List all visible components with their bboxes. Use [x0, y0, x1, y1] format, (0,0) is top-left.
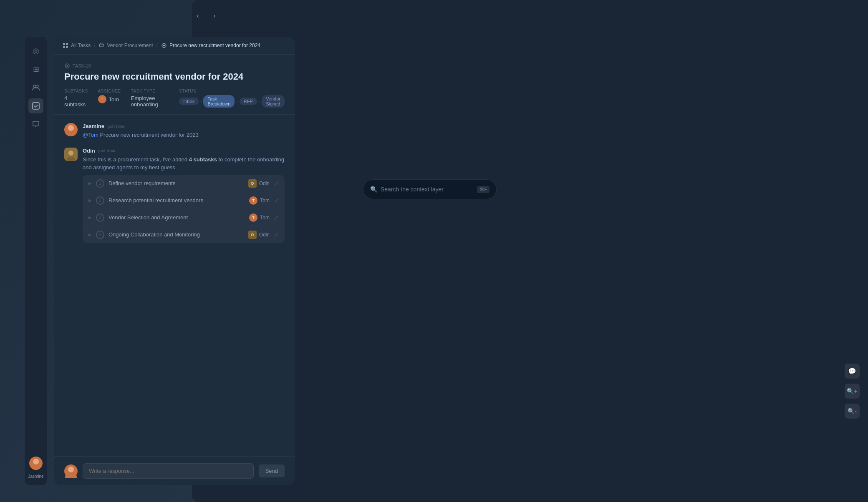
svg-rect-2346 — [63, 43, 65, 45]
right-icons: 💬 🔍+ 🔍- — [845, 364, 860, 419]
assignee-value: T Tom — [98, 95, 121, 103]
subtask-1-assignee: O Odin — [248, 179, 270, 188]
sidebar-bottom: Jasmine — [28, 457, 43, 479]
meta-assignee: ASSIGNEE T Tom — [98, 89, 121, 103]
status-breakdown[interactable]: Task Breakdown — [203, 95, 235, 108]
sidebar: ◎ ⊞ Jasmine — [25, 37, 47, 485]
status-rfp[interactable]: RFP — [240, 98, 257, 105]
svg-point-2341 — [33, 85, 36, 88]
task-panel: All Tasks / Vendor Procurement / Procure… — [54, 37, 295, 485]
status-arrow-1: › — [200, 99, 202, 104]
send-button[interactable]: Send — [259, 464, 285, 477]
jasmine-header: Jasmine just now — [83, 123, 285, 129]
jasmine-avatar — [64, 123, 78, 136]
response-input[interactable] — [89, 468, 247, 474]
odin-bold: 4 subtasks — [189, 156, 217, 163]
input-user-avatar — [64, 464, 78, 478]
sidebar-item-target[interactable]: ◎ — [28, 43, 43, 58]
subtask-3-play[interactable]: ▶ — [88, 215, 92, 220]
comment-icon[interactable]: 💬 — [845, 364, 860, 379]
nav-arrows: ‹ › — [192, 10, 220, 22]
svg-point-2354 — [68, 125, 74, 131]
subtask-row-2: ▶ 2 Research potential recruitment vendo… — [83, 192, 285, 209]
sidebar-item-grid[interactable]: ⊞ — [28, 62, 43, 77]
subtask-4-assignee: O Odin — [248, 231, 270, 239]
meta-task-type: TASK TYPE Employee onboarding — [131, 89, 169, 108]
sidebar-item-people[interactable] — [28, 80, 43, 95]
breadcrumb-sep-1: / — [94, 43, 95, 48]
odin-avatar — [64, 148, 78, 161]
jasmine-text: @Tom Procure new recruitment vendor for … — [83, 131, 285, 139]
chat-area: Jasmine just now @Tom Procure new recrui… — [54, 115, 295, 456]
jasmine-text-rest: Procure new recruitment vendor for 2023 — [100, 132, 198, 138]
subtask-1-avatar: O — [248, 179, 257, 188]
subtask-row-4: ▶ 4 Ongoing Collaboration and Monitoring… — [83, 226, 285, 243]
svg-rect-2347 — [66, 43, 68, 45]
svg-point-2342 — [36, 85, 38, 88]
zoom-out-icon[interactable]: 🔍- — [845, 404, 860, 419]
subtask-3-status: 3 — [96, 213, 104, 222]
task-title: Procure new recruitment vendor for 2024 — [64, 71, 285, 82]
sidebar-user-avatar[interactable] — [29, 457, 43, 470]
svg-point-2353 — [66, 65, 68, 67]
subtask-4-play[interactable]: ▶ — [88, 232, 92, 237]
breadcrumb-all-tasks[interactable]: All Tasks — [63, 43, 91, 48]
jasmine-message-content: Jasmine just now @Tom Procure new recrui… — [83, 123, 285, 139]
subtask-2-avatar: T — [249, 196, 257, 205]
status-flow: Inbox › Task Breakdown › RFP › Vendor Si… — [179, 95, 285, 108]
svg-point-2360 — [65, 473, 77, 478]
search-shortcut: ⌘F — [477, 186, 490, 193]
svg-rect-2343 — [33, 103, 39, 109]
odin-message-content: Odin just now Since this is a procuremen… — [83, 148, 285, 243]
zoom-in-icon[interactable]: 🔍+ — [845, 384, 860, 399]
svg-point-2357 — [68, 151, 73, 156]
subtask-4-avatar: O — [248, 231, 257, 239]
subtask-4-expand[interactable]: ⤢ — [274, 231, 279, 238]
odin-header: Odin just now — [83, 148, 285, 154]
subtask-2-status: 2 — [96, 196, 104, 205]
subtasks-list: ▶ 1 Define vendor requirements O Odin ⤢ … — [83, 175, 285, 243]
search-icon: 🔍 — [370, 186, 377, 193]
response-input-wrap[interactable] — [83, 463, 254, 479]
breadcrumb-vendor-procurement[interactable]: Vendor Procurement — [98, 43, 153, 48]
svg-rect-2349 — [66, 46, 68, 48]
odin-text: Since this is a procurement task, I've a… — [83, 156, 285, 172]
subtask-3-avatar: T — [249, 213, 257, 222]
sidebar-item-tasks[interactable] — [28, 98, 43, 113]
status-arrow-3: › — [259, 99, 260, 104]
sidebar-user-label: Jasmine — [28, 474, 43, 479]
meta-subtasks: SUBTASKS 4 subtasks — [64, 89, 88, 108]
status-signed[interactable]: Vendor Signed — [262, 95, 285, 108]
subtask-4-status: 4 — [96, 231, 104, 239]
breadcrumb-sep-2: / — [156, 43, 158, 48]
back-arrow[interactable]: ‹ — [192, 10, 204, 22]
svg-rect-2348 — [63, 46, 65, 48]
subtask-2-expand[interactable]: ⤢ — [274, 197, 279, 204]
sidebar-item-chat[interactable] — [28, 117, 43, 132]
subtask-row-3: ▶ 3 Vendor Selection and Agreement T Tom… — [83, 209, 285, 226]
task-header: TASK-10 Procure new recruitment vendor f… — [54, 55, 295, 115]
input-area: Send — [54, 456, 295, 485]
assignee-avatar: T — [98, 95, 106, 103]
status-inbox[interactable]: Inbox — [179, 98, 199, 105]
subtask-2-play[interactable]: ▶ — [88, 198, 92, 203]
svg-point-2351 — [163, 45, 165, 46]
search-placeholder: Search the context layer — [381, 186, 474, 193]
subtask-row-1: ▶ 1 Define vendor requirements O Odin ⤢ — [83, 175, 285, 192]
subtask-1-expand[interactable]: ⤢ — [274, 180, 279, 187]
subtask-3-expand[interactable]: ⤢ — [274, 214, 279, 221]
task-meta: SUBTASKS 4 subtasks ASSIGNEE T Tom TASK … — [64, 89, 285, 108]
breadcrumb-current-task[interactable]: Procure new recruitment vendor for 2024 — [161, 43, 260, 48]
subtask-1-play[interactable]: ▶ — [88, 181, 92, 186]
subtask-3-assignee: T Tom — [249, 213, 270, 222]
search-bar[interactable]: 🔍 Search the context layer ⌘F — [363, 179, 497, 199]
forward-arrow[interactable]: › — [209, 10, 220, 22]
mention-tom: @Tom — [83, 132, 98, 138]
breadcrumb: All Tasks / Vendor Procurement / Procure… — [54, 37, 295, 55]
subtask-1-status: 1 — [96, 179, 104, 188]
task-id: TASK-10 — [64, 63, 285, 69]
svg-point-2355 — [65, 131, 77, 136]
message-jasmine: Jasmine just now @Tom Procure new recrui… — [64, 123, 285, 139]
svg-point-2359 — [68, 467, 74, 472]
message-odin: Odin just now Since this is a procuremen… — [64, 148, 285, 243]
